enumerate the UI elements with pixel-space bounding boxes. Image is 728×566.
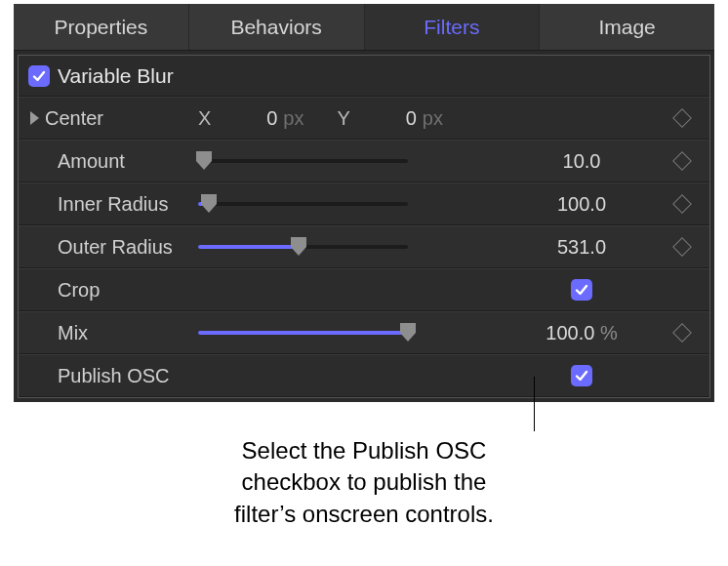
filter-title: Variable Blur <box>58 64 174 88</box>
checkmark-icon <box>574 368 589 384</box>
outer-radius-slider[interactable] <box>198 235 408 259</box>
mix-value[interactable]: 100.0 % <box>508 322 655 344</box>
tab-image[interactable]: Image <box>540 4 714 50</box>
tab-filters[interactable]: Filters <box>365 4 541 50</box>
callout-caption: Select the Publish OSC checkbox to publi… <box>0 435 728 530</box>
caption-line: filter’s onscreen controls. <box>0 499 728 530</box>
tab-bar: Properties Behaviors Filters Image <box>14 4 714 51</box>
slider-thumb-icon[interactable] <box>198 194 220 214</box>
keyframe-button[interactable] <box>672 108 692 128</box>
crop-label: Crop <box>30 279 198 302</box>
inspector-body: Variable Blur Center X 0 px Y 0 px Amoun… <box>18 55 710 398</box>
param-row-center: Center X 0 px Y 0 px <box>19 97 709 140</box>
center-label: Center <box>45 107 103 130</box>
filter-section-header: Variable Blur <box>19 56 709 97</box>
callout-leader-line <box>534 377 535 431</box>
inspector-panel: Properties Behaviors Filters Image Varia… <box>14 4 714 402</box>
param-row-inner-radius: Inner Radius 100.0 <box>19 182 709 225</box>
slider-thumb-icon[interactable] <box>288 237 309 257</box>
tab-properties[interactable]: Properties <box>14 4 189 50</box>
keyframe-button[interactable] <box>672 151 692 171</box>
inner-radius-label: Inner Radius <box>30 193 198 216</box>
center-x-label: X <box>198 107 211 130</box>
inner-radius-slider[interactable] <box>198 192 408 216</box>
param-label-center: Center <box>30 107 198 130</box>
param-row-amount: Amount 10.0 <box>19 140 709 182</box>
center-xy-control: X 0 px Y 0 px <box>198 107 655 130</box>
amount-value[interactable]: 10.0 <box>508 150 655 173</box>
checkmark-icon <box>31 68 47 84</box>
caption-line: checkbox to publish the <box>0 466 728 498</box>
tab-behaviors[interactable]: Behaviors <box>189 4 365 50</box>
center-y-unit: px <box>423 107 443 130</box>
mix-slider[interactable] <box>198 321 408 344</box>
keyframe-button[interactable] <box>672 323 692 343</box>
disclosure-triangle-icon[interactable] <box>30 111 39 125</box>
center-y-value[interactable]: 0 <box>387 107 417 130</box>
publish-osc-label: Publish OSC <box>30 365 198 387</box>
keyframe-button[interactable] <box>672 194 692 214</box>
center-x-unit: px <box>283 107 303 130</box>
slider-thumb-icon[interactable] <box>193 151 215 171</box>
param-row-outer-radius: Outer Radius 531.0 <box>19 225 709 268</box>
publish-osc-checkbox[interactable] <box>571 365 592 386</box>
param-row-crop: Crop <box>19 268 709 311</box>
amount-label: Amount <box>30 150 198 173</box>
center-y-label: Y <box>337 107 349 130</box>
filter-enable-checkbox[interactable] <box>28 65 50 87</box>
inner-radius-value[interactable]: 100.0 <box>508 193 655 216</box>
param-row-mix: Mix 100.0 % <box>19 311 709 354</box>
mix-label: Mix <box>30 322 198 344</box>
keyframe-button[interactable] <box>672 237 692 257</box>
outer-radius-value[interactable]: 531.0 <box>508 236 655 259</box>
checkmark-icon <box>574 282 589 298</box>
amount-slider[interactable] <box>198 149 408 173</box>
crop-checkbox[interactable] <box>571 279 592 301</box>
outer-radius-label: Outer Radius <box>30 236 198 259</box>
center-x-value[interactable]: 0 <box>248 107 277 130</box>
caption-line: Select the Publish OSC <box>0 435 728 466</box>
param-row-publish-osc: Publish OSC <box>19 354 709 397</box>
slider-thumb-icon[interactable] <box>397 323 419 343</box>
